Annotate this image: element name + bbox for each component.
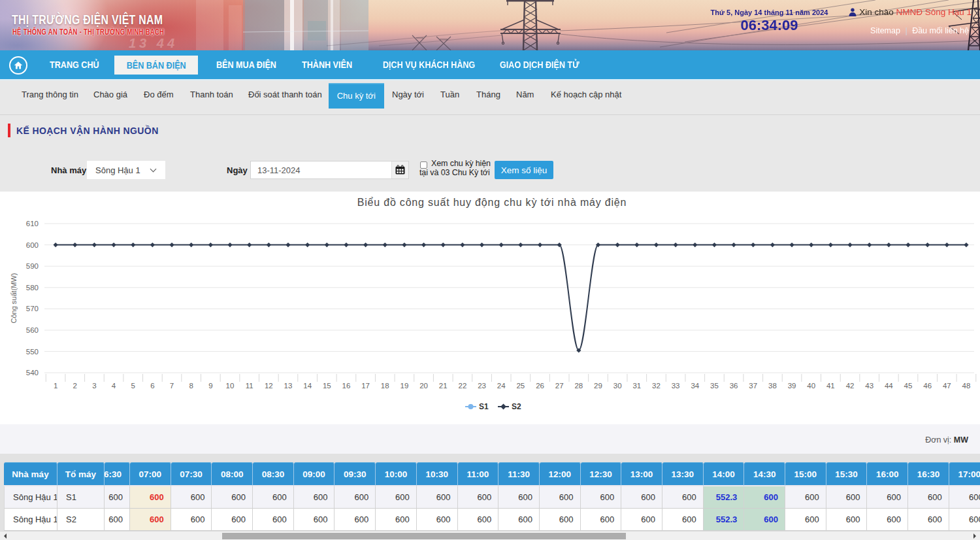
- svg-text:17: 17: [361, 382, 370, 390]
- svg-text:20: 20: [419, 382, 428, 390]
- svg-text:16: 16: [342, 382, 351, 390]
- svg-text:13: 13: [284, 382, 293, 390]
- svg-text:46: 46: [923, 382, 932, 390]
- svg-text:25: 25: [516, 382, 525, 390]
- svg-text:600: 600: [26, 241, 39, 249]
- svg-text:2: 2: [73, 382, 77, 390]
- svg-text:45: 45: [904, 382, 913, 390]
- svg-text:29: 29: [594, 382, 602, 390]
- svg-text:Công suất(MW): Công suất(MW): [10, 273, 18, 323]
- svg-text:41: 41: [826, 382, 835, 390]
- svg-text:43: 43: [865, 382, 874, 390]
- svg-text:540: 540: [26, 369, 39, 377]
- svg-text:S1: S1: [479, 402, 489, 411]
- svg-text:28: 28: [574, 382, 583, 390]
- svg-text:570: 570: [26, 305, 39, 312]
- svg-text:27: 27: [555, 382, 564, 390]
- svg-text:47: 47: [943, 382, 951, 390]
- svg-text:33: 33: [672, 382, 680, 390]
- svg-text:560: 560: [26, 326, 39, 334]
- svg-text:31: 31: [632, 382, 641, 390]
- svg-text:550: 550: [26, 348, 39, 356]
- svg-text:5: 5: [131, 382, 135, 390]
- svg-text:11: 11: [246, 382, 253, 390]
- svg-text:1: 1: [54, 382, 57, 390]
- svg-text:6: 6: [150, 382, 154, 390]
- svg-text:10: 10: [226, 382, 235, 390]
- svg-text:14: 14: [303, 382, 312, 390]
- svg-text:23: 23: [478, 382, 486, 390]
- svg-text:44: 44: [885, 382, 893, 390]
- svg-text:19: 19: [400, 382, 409, 390]
- svg-text:21: 21: [439, 382, 448, 390]
- svg-text:48: 48: [962, 382, 971, 390]
- svg-text:24: 24: [497, 382, 506, 390]
- svg-text:580: 580: [26, 284, 39, 292]
- svg-text:610: 610: [26, 220, 39, 228]
- svg-text:S2: S2: [512, 402, 521, 411]
- svg-text:36: 36: [730, 382, 738, 390]
- svg-text:12: 12: [265, 382, 273, 390]
- svg-text:30: 30: [613, 382, 622, 390]
- svg-text:40: 40: [807, 382, 815, 390]
- svg-text:34: 34: [691, 382, 699, 390]
- svg-text:18: 18: [381, 382, 389, 390]
- svg-text:32: 32: [652, 382, 661, 390]
- svg-text:590: 590: [26, 262, 39, 270]
- svg-text:4: 4: [112, 382, 116, 390]
- svg-text:9: 9: [208, 382, 212, 390]
- svg-text:3: 3: [92, 382, 96, 390]
- svg-text:7: 7: [170, 382, 174, 390]
- svg-text:15: 15: [323, 382, 331, 390]
- svg-text:42: 42: [846, 382, 855, 390]
- svg-text:35: 35: [710, 382, 719, 390]
- svg-text:38: 38: [768, 382, 777, 390]
- svg-text:39: 39: [788, 382, 796, 390]
- svg-text:37: 37: [749, 382, 757, 390]
- svg-text:8: 8: [189, 382, 193, 390]
- svg-text:22: 22: [458, 382, 466, 390]
- svg-text:Biểu đồ công suất huy động chu: Biểu đồ công suất huy động chu kỳ tới nh…: [357, 197, 627, 208]
- svg-text:26: 26: [536, 382, 544, 390]
